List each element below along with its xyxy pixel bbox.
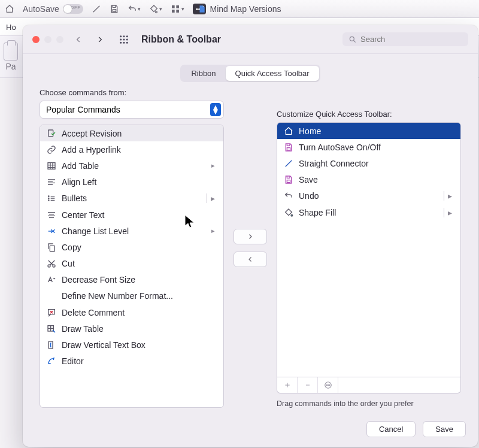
add-command-button[interactable]: [234, 229, 267, 244]
list-item[interactable]: Delete Comment: [40, 304, 223, 320]
svg-point-6: [123, 35, 125, 37]
search-field[interactable]: [342, 32, 468, 46]
link-icon: [46, 145, 57, 155]
fill-icon[interactable]: ▾: [149, 4, 162, 14]
list-item[interactable]: Bullets▸: [40, 190, 223, 207]
tab-quick-access-toolbar[interactable]: Quick Access Toolbar: [226, 66, 319, 81]
list-item[interactable]: Copy: [40, 239, 223, 255]
qat-list-actions: ＋ －: [277, 377, 461, 393]
align-center-icon: [46, 210, 57, 220]
zoom-icon[interactable]: [56, 36, 63, 43]
list-item[interactable]: Align Left: [40, 174, 223, 190]
svg-point-14: [350, 37, 354, 41]
list-item[interactable]: Home: [277, 123, 460, 139]
list-item[interactable]: Center Text: [40, 207, 223, 223]
home-tab[interactable]: Ho: [2, 19, 20, 35]
cancel-button[interactable]: Cancel: [366, 421, 416, 437]
grid-icon[interactable]: ▾: [171, 4, 184, 14]
list-item-label: Straight Connector: [299, 159, 369, 168]
svg-point-9: [123, 38, 125, 40]
list-item-label: Save: [299, 175, 318, 184]
list-item[interactable]: Turn AutoSave On/Off: [277, 139, 460, 155]
reorder-hint: Drag commands into the order you prefer: [277, 399, 461, 408]
dialog-titlebar: Ribbon & Toolbar: [23, 25, 478, 54]
list-item-label: Editor: [62, 356, 84, 366]
nav-forward-icon[interactable]: [93, 35, 107, 44]
accept-icon: [46, 129, 57, 138]
line-icon[interactable]: [92, 4, 101, 14]
list-item[interactable]: Draw Vertical Text Box: [40, 337, 223, 353]
copy-icon: [46, 243, 57, 252]
remove-command-button[interactable]: [234, 252, 267, 267]
list-item-label: Accept Revision: [62, 129, 122, 138]
list-item-label: Draw Vertical Text Box: [62, 340, 145, 350]
choose-commands-label: Choose commands from:: [40, 88, 224, 97]
list-item[interactable]: Cut: [40, 256, 223, 272]
chevron-right-icon: ▸: [444, 208, 454, 217]
autosave-icon: [283, 143, 294, 152]
svg-rect-1: [172, 5, 175, 8]
undo-icon[interactable]: ▾: [128, 4, 141, 14]
list-item-label: Home: [299, 126, 321, 136]
table-icon: [46, 161, 57, 171]
list-level-icon: [46, 226, 57, 236]
list-item-label: Decrease Font Size: [62, 275, 135, 284]
tab-ribbon[interactable]: Ribbon: [181, 66, 225, 81]
nav-back-icon[interactable]: [72, 35, 85, 44]
save-icon: [283, 175, 294, 184]
save-button[interactable]: Save: [423, 421, 466, 437]
undo-icon: [283, 191, 294, 201]
more-icon[interactable]: •••: [193, 4, 206, 14]
list-item[interactable]: Add a Hyperlink: [40, 141, 223, 158]
list-item[interactable]: Editor: [40, 353, 223, 370]
svg-rect-26: [287, 180, 290, 183]
list-item-label: Center Text: [62, 210, 104, 220]
more-actions-button[interactable]: [318, 377, 338, 393]
save-icon[interactable]: [110, 4, 119, 14]
list-item-label: Add a Hyperlink: [62, 145, 121, 155]
list-item[interactable]: Add Table▸: [40, 158, 223, 174]
svg-rect-2: [176, 5, 179, 8]
list-item[interactable]: Shape Fill▸: [277, 204, 460, 220]
current-qat-list: HomeTurn AutoSave On/OffStraight Connect…: [277, 122, 461, 377]
select-stepper-icon[interactable]: ▲▼: [210, 103, 221, 116]
svg-point-19: [48, 200, 49, 201]
dialog-title: Ribbon & Toolbar: [141, 34, 221, 45]
window-controls: [32, 36, 63, 43]
close-icon[interactable]: [32, 36, 40, 43]
list-item-label: Change List Level: [62, 226, 129, 236]
commands-source-select[interactable]: Popular Commands ▲▼: [40, 101, 224, 119]
del-comment-icon: [46, 308, 57, 317]
svg-rect-25: [287, 147, 290, 150]
chevron-right-icon: ▸: [211, 162, 217, 169]
list-item[interactable]: Save: [277, 172, 460, 188]
list-item[interactable]: Undo▸: [277, 188, 460, 204]
svg-point-7: [126, 35, 128, 37]
list-item[interactable]: Straight Connector: [277, 155, 460, 171]
list-item-label: Shape Fill: [299, 208, 336, 217]
autosave-label: AutoSave: [23, 4, 59, 14]
clipboard-icon[interactable]: [4, 43, 18, 60]
list-item[interactable]: Draw Table: [40, 320, 223, 337]
svg-point-17: [48, 196, 49, 196]
autosave-toggle[interactable]: AutoSave OFF: [23, 4, 83, 14]
app-toolbar: AutoSave OFF ▾ ▾ ▾ ••• Mind Map Versions: [0, 0, 479, 18]
editor-icon: [46, 356, 57, 366]
list-item[interactable]: Define New Number Format...: [40, 288, 223, 304]
add-separator-button[interactable]: ＋: [277, 377, 298, 393]
search-input[interactable]: [360, 35, 462, 44]
svg-rect-15: [48, 130, 53, 137]
svg-point-5: [120, 35, 122, 37]
list-item-label: Define New Number Format...: [62, 291, 173, 301]
list-item[interactable]: Decrease Font Size: [40, 272, 223, 288]
switch-off-icon[interactable]: OFF: [63, 4, 83, 14]
list-item-label: Copy: [62, 243, 81, 252]
remove-item-button[interactable]: －: [298, 377, 318, 393]
draw-table-icon: [46, 324, 57, 334]
minimize-icon[interactable]: [44, 36, 51, 43]
cut-icon: [46, 259, 57, 268]
available-commands-list: Accept RevisionAdd a HyperlinkAdd Table▸…: [40, 125, 224, 408]
list-item[interactable]: Accept Revision: [40, 125, 223, 141]
list-item[interactable]: Change List Level▸: [40, 223, 223, 239]
home-icon[interactable]: [5, 4, 14, 14]
